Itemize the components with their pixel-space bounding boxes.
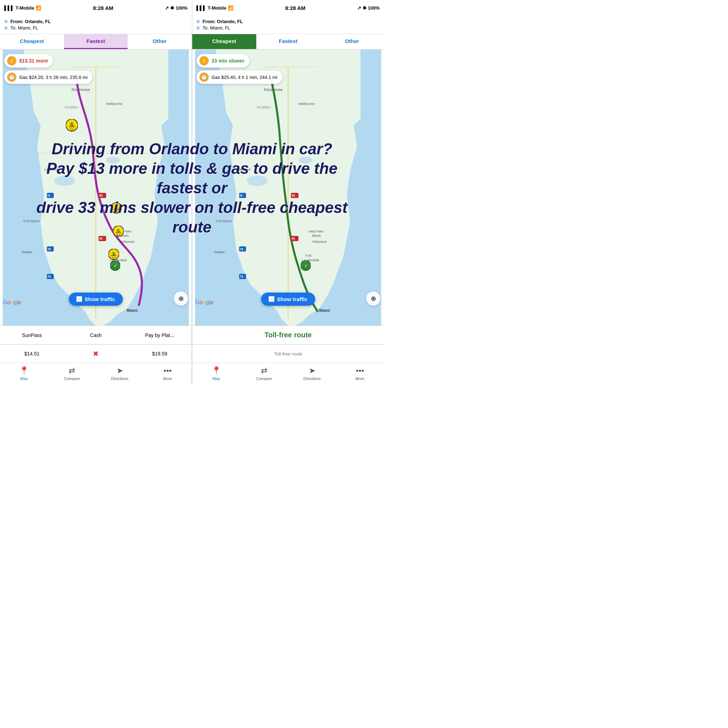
g-letter-1: G xyxy=(3,299,7,305)
svg-text:Fort Myers: Fort Myers xyxy=(216,219,232,223)
gas-text-right: Gas $25.40, 4 h 1 min, 244.1 mi xyxy=(211,75,277,80)
toll-pin-3: $ xyxy=(113,226,124,240)
bt-icon-left: ✱ xyxy=(170,5,174,11)
nav-more-right[interactable]: ••• More xyxy=(336,363,384,384)
svg-text:95: 95 xyxy=(292,194,295,197)
directions-icon-left: ➤ xyxy=(116,366,123,375)
toll-free-cell: Toll-free route xyxy=(192,326,384,344)
svg-text:Naples: Naples xyxy=(214,250,225,254)
svg-text:Hollywood: Hollywood xyxy=(312,240,326,243)
directions-icon-right: ➤ xyxy=(309,366,315,375)
info-icon-left: i xyxy=(7,56,16,66)
bt-icon-right: ✱ xyxy=(362,5,367,11)
strip-values-left: $14.51 ✖ $19.59 xyxy=(0,344,191,362)
info-badge-left: i $13.31 more xyxy=(4,54,53,67)
nav-compare-right[interactable]: ⇄ Compare xyxy=(240,363,288,384)
map-pin-icon-left: 📍 xyxy=(19,366,29,375)
traffic-icon-right: 🅰 xyxy=(269,296,274,302)
platpass-cell: Pay by Plat... xyxy=(128,326,191,344)
carrier-left: T-Mobile xyxy=(16,5,35,11)
compass-btn-left[interactable]: ⊕ xyxy=(174,292,188,306)
nav-map-left[interactable]: 📍 Map xyxy=(0,363,48,384)
strip-left: SunPass Cash Pay by Plat... xyxy=(0,326,191,344)
battery-group-right: ↗ ✱ 100% xyxy=(357,5,380,11)
svg-text:75: 75 xyxy=(47,275,51,278)
cash-value: ✖ xyxy=(64,344,128,362)
compass-icon-right: ⊕ xyxy=(371,295,376,303)
clock-icon-right: 🕐 xyxy=(199,72,209,82)
tab-other-left[interactable]: Other xyxy=(128,34,191,49)
filter-icon-left: ≡ xyxy=(4,18,8,25)
toll-pin-1: $ xyxy=(66,119,78,135)
carrier-signal-left: ▌▌▌ T-Mobile 📶 xyxy=(4,5,41,11)
cash-x-icon: ✖ xyxy=(93,349,99,358)
compare-icon-right: ⇄ xyxy=(261,366,267,375)
info-text-left: $13.31 more xyxy=(19,58,48,64)
svg-text:Kissimmee: Kissimmee xyxy=(264,87,283,92)
svg-text:Hollywood: Hollywood xyxy=(120,240,134,243)
svg-text:$: $ xyxy=(70,122,73,128)
nav-directions-left[interactable]: ➤ Directions xyxy=(96,363,144,384)
nav-right: 📍 Map ⇄ Compare ➤ Directions ••• More xyxy=(192,363,384,384)
info-icon-right: i xyxy=(199,56,209,66)
to-label-right: To: Miami, FL xyxy=(203,25,230,31)
g-letter-3: o xyxy=(10,299,14,305)
g-letter-6: e xyxy=(18,299,21,305)
svg-text:Fort Myers: Fort Myers xyxy=(23,219,40,223)
to-label-left: To: Miami, FL xyxy=(10,25,38,31)
nav-directions-right[interactable]: ➤ Directions xyxy=(288,363,336,384)
tabs-left: Cheapest Fastest Other xyxy=(0,34,191,49)
map-svg-right: Kissimmee Melbourne Lakeland Fort Myers … xyxy=(192,50,384,326)
gas-text-left: Gas $24.20, 3 h 28 min, 235.6 mi xyxy=(19,75,87,80)
tabs-bar: Cheapest Fastest Other Cheapest Fastest … xyxy=(0,34,384,50)
show-traffic-btn-left[interactable]: 🅰 Show traffic xyxy=(69,292,123,306)
svg-point-5 xyxy=(54,176,75,186)
carrier-right: T-Mobile xyxy=(208,5,226,11)
battery-right: 100% xyxy=(368,5,380,11)
filter-icon2-right: ≡ xyxy=(197,25,200,31)
svg-text:Melbourne: Melbourne xyxy=(298,102,315,106)
svg-text:Miami: Miami xyxy=(127,308,138,312)
wifi-icon-right: 📶 xyxy=(228,5,234,11)
battery-group-left: ↗ ✱ 100% xyxy=(165,5,187,11)
svg-text:95: 95 xyxy=(99,237,103,240)
filter-icon2-left: ≡ xyxy=(4,25,8,31)
show-traffic-btn-right[interactable]: 🅰 Show traffic xyxy=(261,292,315,306)
nav-map-right[interactable]: 📍 Map xyxy=(192,363,240,384)
svg-text:Melbourne: Melbourne xyxy=(106,102,122,106)
svg-text:West Palm: West Palm xyxy=(309,229,324,233)
status-bar-left: ▌▌▌ T-Mobile 📶 8:28 AM ↗ ✱ 100% xyxy=(0,0,192,16)
tab-fastest-left[interactable]: Fastest xyxy=(64,34,128,49)
map-panel-left[interactable]: Kissimmee Melbourne Lakeland Fort Myers … xyxy=(0,50,191,326)
tab-cheapest-right[interactable]: Cheapest xyxy=(192,34,256,49)
svg-text:FLORIDA: FLORIDA xyxy=(65,106,78,109)
nav-more-left[interactable]: ••• More xyxy=(144,363,191,384)
tab-fastest-right[interactable]: Fastest xyxy=(256,34,320,49)
nav-compare-left[interactable]: ⇄ Compare xyxy=(48,363,96,384)
miami-pin-left: ✓ xyxy=(110,260,120,274)
svg-text:✓: ✓ xyxy=(304,264,307,268)
maps-area: Kissimmee Melbourne Lakeland Fort Myers … xyxy=(0,50,384,326)
toll-pin-2: $ xyxy=(111,203,122,217)
compass-icon-left: ⊕ xyxy=(179,295,184,303)
strip-right: Toll-free route xyxy=(192,326,384,344)
header-left: ≡ From: Orlando, FL ≡ To: Miami, FL xyxy=(0,16,192,34)
time-right: 8:28 AM xyxy=(285,5,305,11)
svg-point-6 xyxy=(106,157,120,164)
compass-btn-right[interactable]: ⊕ xyxy=(366,292,380,306)
cash-cell: Cash xyxy=(64,326,128,344)
header-bar: ≡ From: Orlando, FL ≡ To: Miami, FL ≡ Fr… xyxy=(0,16,384,34)
clock-icon-left: 🕐 xyxy=(7,72,16,82)
svg-text:$: $ xyxy=(117,228,120,234)
tab-other-right[interactable]: Other xyxy=(320,34,384,49)
nav-icon-left: ↗ xyxy=(165,5,169,11)
svg-point-50 xyxy=(298,157,312,164)
svg-text:Kissimmee: Kissimmee xyxy=(72,87,90,92)
tab-cheapest-left[interactable]: Cheapest xyxy=(0,34,64,49)
sunpass-cell: SunPass xyxy=(0,326,64,344)
platpass-value: $19.59 xyxy=(128,344,191,362)
map-panel-right[interactable]: Kissimmee Melbourne Lakeland Fort Myers … xyxy=(192,50,384,326)
svg-text:I4: I4 xyxy=(240,194,242,197)
svg-text:Lakeland: Lakeland xyxy=(44,167,58,171)
tabs-right: Cheapest Fastest Other xyxy=(192,34,384,49)
